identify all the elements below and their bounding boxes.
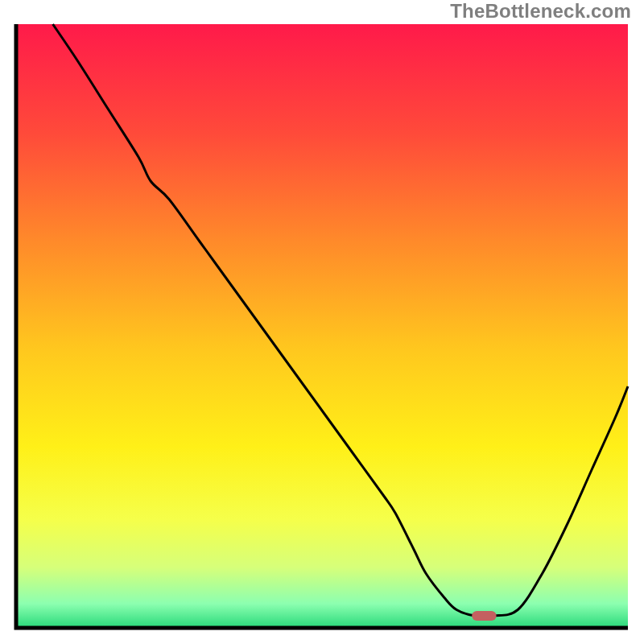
plot-background (16, 24, 628, 628)
optimum-marker (472, 611, 496, 621)
bottleneck-chart (0, 0, 644, 644)
watermark-text: TheBottleneck.com (450, 0, 631, 23)
chart-container: TheBottleneck.com (0, 0, 644, 644)
